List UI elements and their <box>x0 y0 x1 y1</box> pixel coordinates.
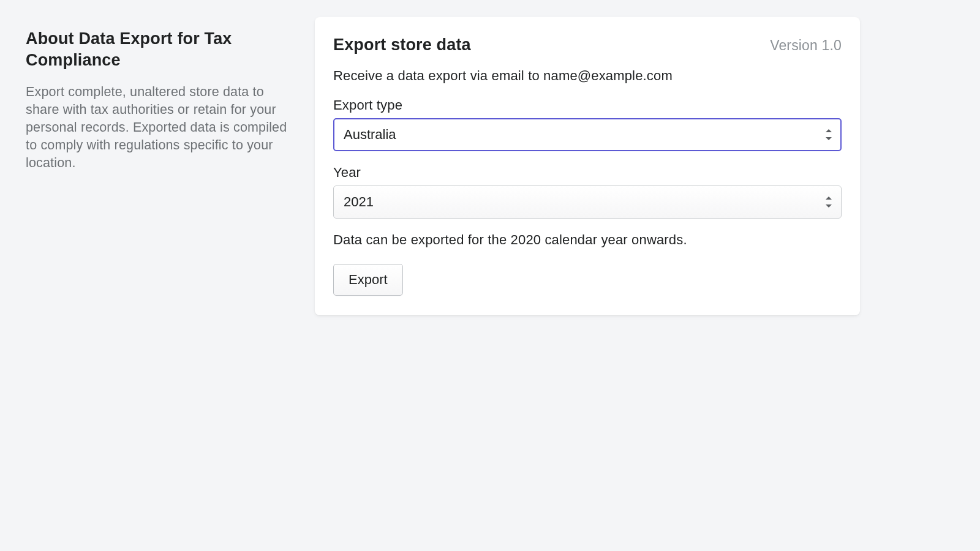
card-description: Receive a data export via email to name@… <box>333 68 842 84</box>
export-button[interactable]: Export <box>333 264 403 296</box>
year-select[interactable]: 2021 <box>333 186 842 219</box>
main-content: Export store data Version 1.0 Receive a … <box>315 17 954 315</box>
export-type-label: Export type <box>333 97 842 113</box>
about-sidebar: About Data Export for Tax Compliance Exp… <box>26 17 290 315</box>
card-title: Export store data <box>333 36 471 54</box>
card-header: Export store data Version 1.0 <box>333 36 842 54</box>
sidebar-title: About Data Export for Tax Compliance <box>26 28 290 71</box>
year-label: Year <box>333 165 842 181</box>
version-label: Version 1.0 <box>770 37 842 54</box>
export-note: Data can be exported for the 2020 calend… <box>333 232 842 248</box>
year-select-wrapper: 2021 <box>333 186 842 219</box>
sidebar-body: Export complete, unaltered store data to… <box>26 83 290 172</box>
export-type-select-wrapper: Australia <box>333 118 842 151</box>
export-type-select[interactable]: Australia <box>333 118 842 151</box>
export-card: Export store data Version 1.0 Receive a … <box>315 17 860 315</box>
